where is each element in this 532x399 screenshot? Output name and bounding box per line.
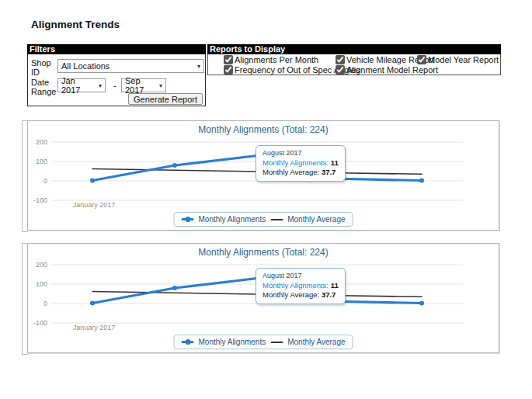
svg-text:-100: -100 [33,319,47,327]
filters-body: Shop ID All Locations ▾ Date Range Jan 2… [27,54,206,106]
monthly-alignments-legend-symbol [181,218,193,220]
shop-id-label: Shop ID [31,58,57,77]
tooltip-average-label: Monthly Average: [263,290,319,299]
tooltip-month: August 2017 [263,272,339,279]
checkbox-item-alignment-model-report[interactable]: Alignment Model Report [336,65,438,75]
checkbox-item-alignments-per-month[interactable]: Alignments Per Month [224,55,336,64]
legend-item-monthly-average[interactable]: Monthly Average [287,338,345,346]
tooltip-series-value: 11 [331,158,339,167]
page: Alignment Trends Filters Shop ID All Loc… [0,0,532,399]
chevron-down-icon: ▾ [99,82,102,89]
svg-text:0: 0 [43,300,47,307]
svg-text:-100: -100 [33,196,47,204]
chevron-down-icon: ▾ [197,63,200,70]
reports-header: Reports to Display [207,44,501,54]
chart-title: Monthly Alignments (Total: 224) [28,247,499,258]
chart-tooltip: August 2017 Monthly Alignments: 11 Month… [256,145,346,182]
tooltip-average-value: 37.7 [322,290,336,299]
svg-text:200: 200 [36,138,47,146]
reports-to-display-panel: Reports to Display Alignments Per Month … [207,44,501,75]
monthly-average-legend-symbol [270,219,283,220]
checkbox-alignment-model-report[interactable] [336,65,345,75]
date-from-select[interactable]: Jan 2017 ▾ [57,78,106,92]
legend-item-monthly-alignments[interactable]: Monthly Alignments [198,215,266,224]
svg-text:200: 200 [36,261,47,269]
date-range-label: Date Range [31,78,57,96]
svg-text:100: 100 [36,280,47,288]
tooltip-average-label: Monthly Average: [263,168,319,176]
monthly-average-legend-symbol [270,342,283,343]
legend-item-monthly-alignments[interactable]: Monthly Alignments [198,338,266,346]
monthly-alignments-legend-symbol [181,341,193,343]
filters-panel: Filters Shop ID All Locations ▾ Date Ran… [27,44,206,106]
reports-body: Alignments Per Month Vehicle Mileage Rep… [207,54,501,75]
tooltip-month: August 2017 [263,149,339,157]
chart-tooltip: August 2017 Monthly Alignments: 11 Month… [256,268,346,304]
legend-item-monthly-average[interactable]: Monthly Average [287,215,345,224]
svg-text:0: 0 [43,177,47,185]
checkbox-frequency-out-of-spec[interactable] [224,65,233,75]
checkbox-alignments-per-month[interactable] [224,55,233,64]
shop-id-value: All Locations [61,61,110,71]
checkbox-item-model-year-report[interactable]: Model Year Report [417,55,499,64]
generate-report-button[interactable]: Generate Report [128,93,203,105]
svg-text:January 2017: January 2017 [73,201,116,209]
chevron-down-icon: ▾ [159,82,162,89]
checkbox-item-vehicle-mileage-report[interactable]: Vehicle Mileage Report [336,55,417,64]
tooltip-series-value: 11 [331,281,339,290]
checkbox-item-frequency-out-of-spec[interactable]: Frequency of Out of Spec Angles [224,65,336,75]
tooltip-average-value: 37.7 [322,168,336,176]
svg-text:100: 100 [36,158,47,165]
chart-legend: Monthly Alignments Monthly Average [173,335,353,349]
monthly-alignments-chart-panel-1: -1000100200January 2017 Monthly Alignmen… [27,120,499,231]
checkbox-vehicle-mileage-report[interactable] [336,55,345,64]
shop-id-select[interactable]: All Locations ▾ [57,59,204,73]
tooltip-series-label: Monthly Alignments: [263,281,329,290]
chart-legend: Monthly Alignments Monthly Average [173,212,353,227]
date-to-select[interactable]: Sep 2017 ▾ [121,78,166,92]
svg-text:January 2017: January 2017 [73,324,116,331]
tooltip-series-label: Monthly Alignments: [263,158,329,167]
checkbox-model-year-report[interactable] [417,55,426,64]
date-from-value: Jan 2017 [61,76,96,95]
date-to-value: Sep 2017 [125,76,156,95]
checkbox-label: Alignments Per Month [235,55,318,64]
page-title: Alignment Trends [31,19,120,30]
chart-title: Monthly Alignments (Total: 224) [28,124,499,135]
monthly-alignments-chart-panel-2: -1000100200January 2017 Monthly Alignmen… [27,243,499,353]
filters-header: Filters [27,44,206,54]
date-range-separator: - [113,81,116,90]
checkbox-label: Alignment Model Report [346,65,438,75]
checkbox-label: Model Year Report [428,55,499,64]
